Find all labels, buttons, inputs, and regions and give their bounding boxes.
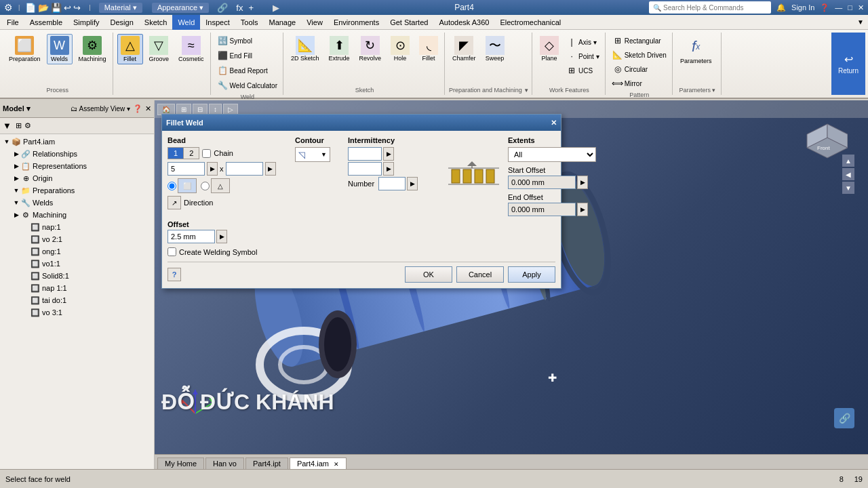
vp-home-btn[interactable]: 🏠 — [157, 104, 175, 115]
chain-checkbox[interactable] — [202, 149, 211, 158]
tree-vo21[interactable]: 🔲 vo 2:1 — [1, 233, 153, 245]
menu-tools[interactable]: Tools — [235, 15, 264, 30]
ok-button[interactable]: OK — [405, 266, 452, 283]
create-welding-symbol-checkbox[interactable] — [167, 247, 176, 256]
machining-btn[interactable]: ⚙ Machining — [75, 34, 110, 64]
intermit-val1[interactable] — [348, 147, 382, 161]
tree-machining[interactable]: ▶ ⚙ Machining — [1, 209, 153, 221]
bead-btn-1[interactable]: 1 — [168, 148, 184, 159]
viewcube-svg[interactable]: Front — [793, 121, 848, 175]
panel-help-btn[interactable]: ❓ — [133, 104, 142, 113]
sketch-driven-btn[interactable]: 📐Sketch Driven — [610, 48, 669, 62]
vp-pan-btn[interactable]: ↕ — [209, 104, 222, 115]
contour-dropdown[interactable]: ◹ ▼ — [295, 147, 330, 162]
ribbon-expand-btn[interactable]: ▼ — [857, 18, 864, 26]
intermit-arrow1[interactable]: ▶ — [383, 147, 394, 161]
groove-btn[interactable]: ▽ Groove — [146, 34, 173, 64]
offset-arrow[interactable]: ▶ — [216, 230, 227, 243]
weld-calculator-btn[interactable]: 🔧Weld Calculator — [215, 79, 280, 92]
menu-file[interactable]: File — [1, 15, 24, 30]
search-box[interactable]: 🔍 — [649, 1, 771, 14]
nav-arrows[interactable]: ▲ ◀ ▼ — [842, 155, 854, 194]
bead-value1[interactable] — [167, 162, 205, 176]
dialog-close-btn[interactable]: ✕ — [551, 119, 557, 127]
welds-btn[interactable]: W Welds — [47, 34, 73, 64]
share-btn[interactable]: 🔗 — [834, 408, 854, 428]
end-offset-arrow[interactable]: ▶ — [577, 203, 588, 216]
ucs-btn[interactable]: ⊞UCS — [564, 64, 602, 77]
fx-btn[interactable]: fx — [236, 3, 243, 13]
menu-electromechanical[interactable]: Electromechanical — [494, 15, 566, 30]
menu-sketch[interactable]: Sketch — [139, 15, 173, 30]
search-input[interactable] — [663, 4, 758, 12]
sweep-btn[interactable]: 〜 Sweep — [482, 34, 508, 64]
hole-btn[interactable]: ⊙ Hole — [387, 34, 413, 64]
bead-arrow2[interactable]: ▶ — [265, 162, 276, 176]
tree-taido1[interactable]: 🔲 tai do:1 — [1, 294, 153, 306]
mirror-btn[interactable]: ⟺Mirror — [610, 77, 669, 90]
new-btn[interactable]: 📄 — [25, 3, 36, 13]
tree-relationships[interactable]: ▶ 🔗 Relationships — [1, 148, 153, 160]
bead-radio2[interactable] — [201, 182, 210, 190]
menu-manage[interactable]: Manage — [263, 15, 301, 30]
tree-origin[interactable]: ▶ ⊕ Origin — [1, 172, 153, 184]
chamfer-btn[interactable]: ◤ Chamfer — [449, 34, 479, 64]
tree-solid81[interactable]: 🔲 Solid8:1 — [1, 270, 153, 282]
minimize-btn[interactable]: — — [835, 3, 842, 12]
tree-nap11[interactable]: 🔲 nap 1:1 — [1, 282, 153, 294]
tab-close-btn[interactable]: ✕ — [334, 461, 339, 468]
intermit-number[interactable] — [378, 177, 406, 190]
tree-root[interactable]: ▼ 📦 Part4.iam — [1, 136, 153, 148]
axis-btn[interactable]: |Axis ▾ — [564, 35, 602, 49]
fillet-tool-btn[interactable]: ◟ Fillet — [416, 34, 441, 64]
end-fill-btn[interactable]: ⬛End Fill — [215, 49, 280, 62]
tree-ong1[interactable]: 🔲 ong:1 — [1, 245, 153, 258]
panel-close-btn[interactable]: ✕ — [145, 104, 151, 113]
rectangular-btn[interactable]: ⊞Rectangular — [610, 34, 669, 47]
bead-arrow1[interactable]: ▶ — [207, 162, 218, 176]
tree-nap1[interactable]: 🔲 nap:1 — [1, 221, 153, 233]
circular-btn[interactable]: ◎Circular — [610, 62, 669, 76]
tree-preparations[interactable]: ▼ 📁 Preparations — [1, 184, 153, 197]
material-dropdown[interactable]: Material ▾ — [99, 3, 142, 13]
filter-btn[interactable]: ▼ — [3, 121, 12, 131]
view-settings-btn[interactable]: ⚙ — [24, 121, 31, 130]
undo-btn[interactable]: ↩ — [64, 3, 71, 13]
assembly-view-btn[interactable]: 🗂 Assembly View ▾ — [71, 105, 130, 113]
2d-sketch-btn[interactable]: 📐 2D Sketch — [288, 34, 323, 64]
help-btn[interactable]: ? — [167, 268, 181, 281]
cancel-button[interactable]: Cancel — [456, 266, 504, 283]
vp-grid-btn1[interactable]: ⊞ — [176, 104, 191, 115]
intermit-val2[interactable] — [348, 162, 382, 176]
point-btn[interactable]: ·Point ▾ — [564, 49, 602, 63]
bead-btn-2[interactable]: 2 — [184, 148, 199, 159]
maximize-btn[interactable]: □ — [848, 3, 852, 12]
symbol-btn[interactable]: 🔣Symbol — [215, 34, 280, 47]
intermit-arrow2[interactable]: ▶ — [383, 162, 394, 176]
save-btn[interactable]: 💾 — [51, 3, 62, 13]
intermit-arrow3[interactable]: ▶ — [407, 177, 418, 190]
start-offset-arrow[interactable]: ▶ — [577, 176, 588, 189]
menu-simplify[interactable]: Simplify — [68, 15, 105, 30]
menu-assemble[interactable]: Assemble — [24, 15, 68, 30]
model-dropdown[interactable]: Model ▾ — [3, 104, 31, 113]
menu-environments[interactable]: Environments — [328, 15, 384, 30]
tab-part4-ipt[interactable]: Part4.ipt — [245, 458, 288, 469]
parameters-btn[interactable]: fx Parameters — [677, 34, 715, 66]
menu-design[interactable]: Design — [105, 15, 139, 30]
tab-part4-iam[interactable]: Part4.iam ✕ — [290, 458, 347, 469]
open-btn[interactable]: 📂 — [38, 3, 49, 13]
tab-han-vo[interactable]: Han vo — [205, 458, 244, 469]
preparation-btn[interactable]: ⬜ Preparation — [5, 34, 44, 64]
menu-view[interactable]: View — [301, 15, 328, 30]
offset-input[interactable] — [167, 230, 215, 243]
menu-inspect[interactable]: Inspect — [200, 15, 235, 30]
menu-a360[interactable]: Autodesk A360 — [433, 15, 494, 30]
return-btn[interactable]: ↩ Return — [831, 33, 865, 95]
redo-btn[interactable]: ↪ — [73, 3, 81, 13]
extrude-btn[interactable]: ⬆ Extrude — [326, 34, 353, 64]
tree-vo31[interactable]: 🔲 vo 3:1 — [1, 306, 153, 319]
nav-down[interactable]: ▼ — [842, 182, 854, 194]
menu-get-started[interactable]: Get Started — [384, 15, 433, 30]
nav-up[interactable]: ▲ — [842, 155, 854, 167]
